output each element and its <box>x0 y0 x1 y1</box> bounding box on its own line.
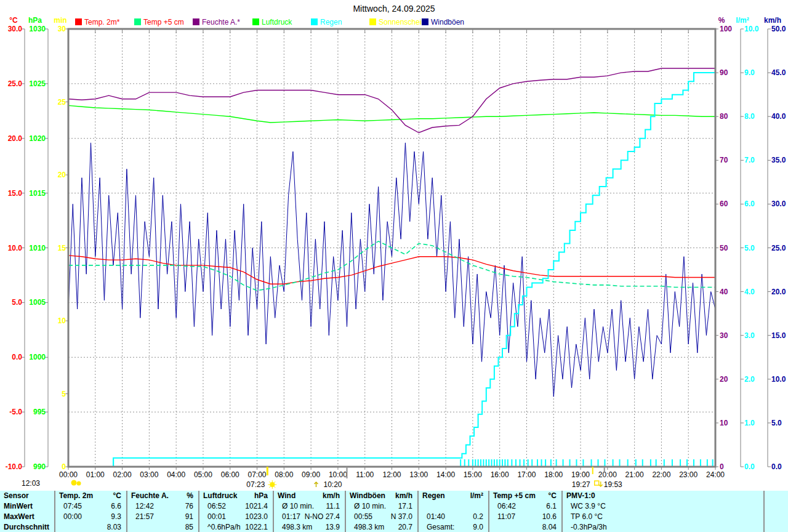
svg-text:9.0: 9.0 <box>744 68 755 77</box>
svg-text:17:00: 17:00 <box>517 470 536 479</box>
table-row-label: Sensor <box>0 491 54 501</box>
sunrise-time: 07:23 <box>246 480 265 489</box>
table-cell: 01:17N-NO 27.4 <box>274 512 345 522</box>
table-cell: 00:011023.0 <box>199 512 273 522</box>
svg-text:5.0: 5.0 <box>744 244 755 252</box>
sunset-time: 19:27 <box>572 480 590 489</box>
svg-text:08:00: 08:00 <box>275 470 293 479</box>
table-col-luftdruck: LuftdruckhPa06:521021.400:011023.0^0.6hP… <box>198 491 273 532</box>
hour-ticks <box>68 30 715 470</box>
svg-text:30: 30 <box>720 331 728 340</box>
svg-text:25.0: 25.0 <box>8 79 23 88</box>
table-col-empty <box>763 491 788 532</box>
svg-text:4.0: 4.0 <box>744 288 755 296</box>
svg-text:1005: 1005 <box>29 298 46 307</box>
left-axis-unit-pressure: hPa <box>28 16 42 25</box>
moonrise-time: 10:20 <box>323 480 342 489</box>
table-col-header: Temp. 2m°C <box>55 491 126 501</box>
table-cell: Ø 10 min.17.1 <box>346 501 417 512</box>
svg-text:1020: 1020 <box>29 134 46 143</box>
left-axis-unit-sunshine: min <box>54 16 66 25</box>
svg-text:0.0: 0.0 <box>12 353 22 361</box>
svg-text:20.0: 20.0 <box>8 134 23 143</box>
day-length-sun-icon <box>71 480 77 486</box>
svg-text:10:00: 10:00 <box>329 470 347 479</box>
table-col-header: Feuchte A.% <box>127 491 198 501</box>
svg-text:12:00: 12:00 <box>382 470 401 479</box>
axis-rain: 10.09.08.07.06.05.04.03.02.01.00.0 <box>741 25 759 471</box>
table-cell: 06:426.1 <box>489 501 561 512</box>
table-cell: -0.3hPa/3h <box>563 522 763 532</box>
svg-text:10: 10 <box>58 316 66 325</box>
svg-text:25.0: 25.0 <box>771 244 786 252</box>
svg-text:06:00: 06:00 <box>221 470 239 479</box>
svg-text:995: 995 <box>33 408 46 416</box>
svg-text:1025: 1025 <box>29 79 46 88</box>
svg-text:24:00: 24:00 <box>706 470 725 479</box>
svg-text:-10.0: -10.0 <box>6 462 23 471</box>
table-col-header: Temp +5 cm°C <box>489 491 561 501</box>
svg-text:01:00: 01:00 <box>86 470 105 479</box>
table-cell: 8.03 <box>55 522 126 532</box>
axis-humidity: 1009080706050403020100 <box>715 25 732 471</box>
svg-text:04:00: 04:00 <box>167 470 185 479</box>
table-cell: 21:5791 <box>127 512 198 522</box>
table-col-header: Windkm/h <box>274 491 345 501</box>
svg-text:11:00: 11:00 <box>356 470 374 479</box>
svg-text:13:00: 13:00 <box>409 470 428 479</box>
right-axis-unit-wind: km/h <box>764 16 781 25</box>
axis-sunshine: 302520151050 <box>58 25 68 471</box>
table-cell: ^0.6hPa/h1022.1 <box>199 522 273 532</box>
table-cell: TP 6.0 °C <box>563 512 763 522</box>
svg-text:20:00: 20:00 <box>598 470 617 479</box>
svg-text:20: 20 <box>720 375 728 384</box>
series-luftdruck <box>68 105 715 123</box>
svg-text:30.0: 30.0 <box>771 200 786 208</box>
svg-text:10.0: 10.0 <box>771 375 786 384</box>
svg-text:0: 0 <box>720 462 724 471</box>
table-cell: WC 3.9 °C <box>563 501 763 512</box>
table-cell: 00:009.3 <box>55 512 126 522</box>
table-cell: 85 <box>127 522 198 532</box>
svg-text:15.0: 15.0 <box>771 331 786 340</box>
table-cell: 07:456.6 <box>55 501 126 512</box>
svg-text:10: 10 <box>720 419 728 427</box>
svg-text:05:00: 05:00 <box>194 470 212 479</box>
table-cell: 8.04 <box>489 522 561 532</box>
right-axis-unit-rain: l/m² <box>736 16 749 25</box>
table-cell <box>419 501 488 512</box>
svg-text:10.0: 10.0 <box>8 244 23 252</box>
table-col-header: Windböenkm/h <box>346 491 417 501</box>
table-col-header: Regenl/m² <box>419 491 488 501</box>
svg-text:990: 990 <box>33 462 46 471</box>
time-axis-labels: 00:0001:0002:0003:0004:0005:0006:0007:00… <box>59 470 725 479</box>
table-col-windb-en: Windböenkm/hØ 10 min.17.100:55N 37.0498.… <box>345 491 417 532</box>
svg-text:15:00: 15:00 <box>464 470 482 479</box>
table-cell: 00:55N 37.0 <box>346 512 417 522</box>
axis-temp: 30.025.020.015.010.05.00.0-5.0-10.0 <box>6 25 25 471</box>
svg-text:35.0: 35.0 <box>771 156 786 164</box>
table-cell: Gesamt:9.0 <box>419 522 488 532</box>
table-col-pmv-1-0: PMV-1:0WC 3.9 °CTP 6.0 °C-0.3hPa/3h <box>561 491 763 532</box>
table-col-header: LuftdruckhPa <box>199 491 273 501</box>
moonrise-up-arrow-icon <box>314 482 318 487</box>
svg-text:19:00: 19:00 <box>571 470 590 479</box>
table-cell: 12:4276 <box>127 501 198 512</box>
svg-text:25: 25 <box>58 98 66 107</box>
svg-text:1030: 1030 <box>29 25 46 33</box>
svg-text:21:00: 21:00 <box>625 470 644 479</box>
svg-text:22:00: 22:00 <box>652 470 670 479</box>
svg-text:90: 90 <box>720 68 728 77</box>
svg-text:5.0: 5.0 <box>12 298 22 307</box>
svg-text:6.0: 6.0 <box>744 200 755 208</box>
svg-text:0.0: 0.0 <box>771 462 782 471</box>
svg-text:20: 20 <box>58 171 66 179</box>
svg-text:70: 70 <box>720 156 728 164</box>
svg-text:45.0: 45.0 <box>771 68 786 77</box>
sunset-square-icon <box>595 481 599 485</box>
svg-text:1010: 1010 <box>29 244 46 252</box>
table-row-label: Durchschnitt <box>0 522 54 532</box>
table-col-regen: Regenl/m²01:400.2Gesamt:9.0 <box>417 491 488 532</box>
svg-text:60: 60 <box>720 200 728 208</box>
table-col-wind: Windkm/hØ 10 min.11.101:17N-NO 27.4498.3… <box>273 491 345 532</box>
